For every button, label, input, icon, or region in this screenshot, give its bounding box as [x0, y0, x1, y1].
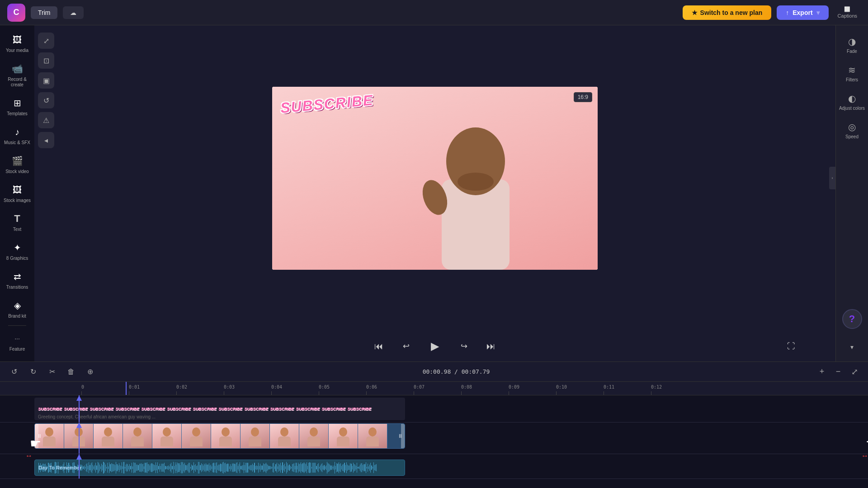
- waveform-bar: [211, 465, 211, 471]
- filters-icon: ≋: [848, 65, 856, 75]
- sidebar-item-transitions[interactable]: ⇄ Transitions: [0, 266, 34, 295]
- crop-tool[interactable]: ⊡: [38, 52, 54, 69]
- waveform-bar: [209, 463, 209, 473]
- sidebar-item-text[interactable]: T Text: [0, 208, 34, 237]
- zoom-in-button[interactable]: +: [816, 366, 828, 378]
- waveform-bar: [235, 464, 236, 471]
- video-track-row: ⏸ ⏸ ☛ ↔ ☛ ↔: [0, 422, 868, 454]
- waveform-bar: [134, 463, 135, 473]
- subscribe-chip-5: SUBSCRIBE: [141, 407, 165, 411]
- waveform-bar: [117, 464, 117, 471]
- add-clip-button[interactable]: ⊕: [83, 365, 97, 379]
- fullscreen-button[interactable]: ⛶: [783, 338, 799, 354]
- sidebar-item-stock-images[interactable]: 🖼 Stock images: [0, 179, 34, 208]
- subscribe-chip-1: SUBSCRIBE: [38, 407, 62, 411]
- trim-handle-left[interactable]: [35, 424, 38, 448]
- adjust-colors-icon: ◐: [848, 93, 856, 104]
- cut-button[interactable]: ✂: [45, 365, 59, 379]
- play-button[interactable]: ▶: [425, 336, 445, 356]
- forward-button[interactable]: ↪: [456, 338, 472, 354]
- waveform-bar: [132, 466, 133, 469]
- captions-icon: ⬜: [844, 6, 850, 12]
- waveform-bar: [222, 464, 222, 471]
- waveform-bar: [263, 463, 264, 472]
- help-button[interactable]: ?: [842, 309, 862, 329]
- sidebar-item-feature[interactable]: ··· Feature: [0, 328, 34, 357]
- delete-button[interactable]: 🗑: [64, 365, 78, 379]
- video-track[interactable]: ⏸ ⏸: [34, 423, 405, 449]
- trim-handle-right[interactable]: [401, 424, 405, 448]
- right-panel-toggle[interactable]: ›: [829, 167, 835, 189]
- ruler-mark-12: 0:12: [651, 385, 698, 395]
- waveform-bar: [215, 466, 215, 469]
- rewind-button[interactable]: ↩: [398, 338, 414, 354]
- person-figure: [408, 98, 543, 270]
- sidebar-item-your-media[interactable]: 🖼 Your media: [0, 29, 34, 58]
- sidebar-item-record-create[interactable]: 📹 Record &create: [0, 58, 34, 92]
- sidebar-item-graphics[interactable]: ✦ 8 Graphics: [0, 237, 34, 266]
- audio-track[interactable]: Day To Remember: [34, 460, 405, 476]
- sidebar-item-adjust-colors[interactable]: ◐ Adjust colors: [836, 89, 868, 114]
- video-track-content: ⏸ ⏸ ☛ ↔ ☛ ↔: [34, 422, 868, 454]
- waveform-bar: [295, 466, 295, 470]
- waveform-bar: [283, 465, 284, 470]
- sidebar-item-speed[interactable]: ◎ Speed: [836, 118, 868, 143]
- waveform-bar: [197, 465, 198, 470]
- waveform-bar: [236, 463, 236, 472]
- canvas-area: ⤢ ⊡ ▣ ↺ ⚠ ◂ SUBSCRIBE: [34, 25, 835, 361]
- timeline-zoom: + − ⤢: [816, 366, 861, 378]
- sidebar-item-filters[interactable]: ≋ Filters: [836, 61, 868, 86]
- video-thumb-8: [241, 424, 270, 448]
- feature-icon: ···: [11, 332, 24, 345]
- arrow-left-tool[interactable]: ◂: [38, 132, 54, 148]
- waveform-bar: [127, 464, 127, 472]
- undo-button[interactable]: ↺: [7, 365, 21, 379]
- zoom-out-button[interactable]: −: [832, 366, 844, 378]
- skip-forward-button[interactable]: ⏭: [483, 338, 499, 354]
- subscribe-chip-8: SUBSCRIBE: [218, 407, 242, 411]
- switch-plan-button[interactable]: ★ Switch to a new plan: [683, 5, 772, 20]
- trim-button[interactable]: Trim: [31, 6, 57, 19]
- cloud-button[interactable]: ☁: [63, 6, 84, 19]
- sidebar-item-stock-video[interactable]: 🎬 Stock video: [0, 150, 34, 179]
- record-create-icon: 📹: [11, 62, 24, 75]
- sidebar-item-brand-kit[interactable]: ◈ Brand kit: [0, 295, 34, 324]
- your-media-icon: 🖼: [11, 33, 24, 46]
- sidebar-item-music-sfx[interactable]: ♪ Music & SFX: [0, 121, 34, 150]
- waveform-bar: [244, 462, 244, 474]
- screen-tool[interactable]: ▣: [38, 72, 54, 89]
- waveform-bar: [340, 464, 340, 471]
- waveform-bar: [176, 465, 176, 471]
- undo-circle-tool[interactable]: ↺: [38, 92, 54, 108]
- waveform-bar: [187, 465, 187, 469]
- waveform-bar: [334, 465, 334, 470]
- waveform-bar: [271, 466, 271, 469]
- skip-back-button[interactable]: ⏮: [371, 338, 387, 354]
- waveform-bar: [212, 466, 212, 469]
- right-sidebar: ◑ Fade ≋ Filters ◐ Adjust colors ◎ Speed…: [835, 25, 868, 361]
- waveform-bar: [349, 465, 349, 469]
- timeline-tracks[interactable]: SUBSCRIBE SUBSCRIBE SUBSCRIBE SUBSCRIBE …: [0, 395, 868, 488]
- subscribe-track[interactable]: SUBSCRIBE SUBSCRIBE SUBSCRIBE SUBSCRIBE …: [34, 398, 405, 420]
- expand-tool[interactable]: ⤢: [38, 33, 54, 49]
- waveform-bar: [260, 464, 260, 472]
- sidebar-item-fade[interactable]: ◑ Fade: [836, 33, 868, 57]
- captions-button[interactable]: ⬜ Captions: [834, 5, 861, 20]
- redo-button[interactable]: ↻: [26, 365, 40, 379]
- waveform-bar: [195, 464, 196, 472]
- waveform-bar: [374, 465, 375, 471]
- waveform-bar: [376, 464, 377, 472]
- subscribe-sticker[interactable]: SUBSCRIBE: [280, 92, 374, 117]
- waveform-bar: [208, 465, 208, 470]
- waveform-bar: [258, 463, 259, 473]
- sidebar-item-chevron-down[interactable]: ▾: [836, 340, 868, 354]
- video-canvas[interactable]: SUBSCRIBE: [272, 87, 598, 270]
- alert-tool[interactable]: ⚠: [38, 112, 54, 128]
- waveform-bar: [363, 465, 363, 470]
- zoom-fit-button[interactable]: ⤢: [848, 366, 861, 378]
- graphics-icon: ✦: [11, 241, 24, 254]
- waveform-bar: [130, 466, 131, 469]
- export-button[interactable]: ↑ Export ▾: [777, 5, 828, 20]
- waveform-bar: [222, 462, 223, 473]
- sidebar-item-templates[interactable]: ⊞ Templates: [0, 92, 34, 121]
